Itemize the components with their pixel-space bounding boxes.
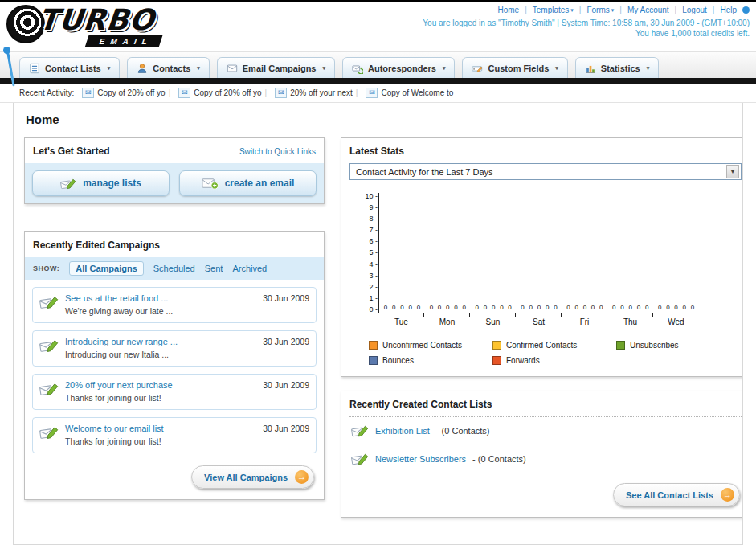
contact-list-row[interactable]: Newsletter Subscribers - (0 Contacts) — [349, 445, 742, 473]
tab-all-campaigns[interactable]: All Campaigns — [69, 261, 143, 276]
top-link-home[interactable]: Home — [497, 6, 519, 14]
app-logo[interactable]: TURBO EMAIL — [5, 2, 222, 51]
see-all-contact-lists-label: See All Contact Lists — [626, 490, 713, 500]
chart-value-group: 00000 — [425, 304, 471, 311]
campaign-subtitle: Thanks for joining our list! — [65, 393, 256, 403]
get-started-body: manage lists create an email — [25, 163, 324, 203]
y-axis-label: 9 - — [369, 204, 378, 211]
nav-tab-contacts[interactable]: Contacts — [127, 57, 210, 78]
show-label: SHOW: — [33, 264, 59, 272]
field-icon — [472, 63, 483, 74]
separator — [525, 6, 527, 14]
campaign-row[interactable]: 20% off your next purchase Thanks for jo… — [32, 374, 317, 410]
chart-value-label: 0 — [566, 304, 570, 311]
stats-period-select[interactable]: Contact Activity for the Last 7 Days — [349, 163, 742, 180]
top-link-label: Templates — [533, 6, 570, 14]
view-all-campaigns-button[interactable]: View All Campaigns — [191, 465, 314, 489]
credits-info: You have 1,000 total credits left. — [423, 29, 750, 38]
get-started-title: Let's Get Started — [33, 145, 110, 157]
top-nav: Home Templates Forms My Account Logout H… — [423, 6, 750, 14]
campaign-list: See us at the retail food ... We're givi… — [25, 280, 324, 453]
mail-icon — [366, 88, 378, 98]
nav-tab-contact-lists[interactable]: Contact Lists — [19, 57, 120, 78]
recent-activity-text: Copy of Welcome to — [381, 88, 453, 97]
autoresponder-icon — [352, 63, 363, 74]
legend-swatch-icon — [492, 356, 501, 365]
switch-quick-links-link[interactable]: Switch to Quick Links — [239, 147, 316, 156]
edit-campaign-icon — [39, 424, 59, 440]
chart-value-label: 0 — [508, 304, 511, 311]
nav-tab-custom-fields[interactable]: Custom Fields — [462, 57, 567, 78]
campaign-title-link[interactable]: 20% off your next purchase — [65, 380, 256, 390]
chart-value-label: 0 — [637, 304, 640, 311]
chart-value-label: 0 — [612, 304, 615, 311]
recent-activity-item[interactable]: Copy of Welcome to — [366, 88, 453, 98]
edit-campaign-icon — [39, 381, 59, 397]
campaign-title-link[interactable]: Introducing our new range ... — [65, 337, 256, 346]
top-link-my-account[interactable]: My Account — [627, 6, 669, 14]
y-axis-label: 4 - — [369, 261, 378, 268]
tab-sent[interactable]: Sent — [205, 264, 223, 273]
chart-value-label: 0 — [492, 304, 495, 311]
chart-value-label: 0 — [417, 304, 420, 311]
campaign-date: 30 Jun 2009 — [263, 337, 309, 346]
contact-list-link[interactable]: Newsletter Subscribers — [375, 454, 466, 464]
campaign-row[interactable]: Introducing our new range ... Introducin… — [32, 330, 317, 367]
chart-value-group: 00000 — [471, 304, 517, 311]
recent-activity-item[interactable]: Copy of 20% off yo — [82, 88, 170, 98]
create-email-button[interactable]: create an email — [179, 170, 317, 196]
separator — [356, 88, 358, 97]
campaign-subtitle: Introducing our new Italia ... — [65, 350, 256, 359]
edit-list-icon — [351, 424, 369, 438]
x-axis-label: Sat — [516, 313, 562, 326]
tab-scheduled[interactable]: Scheduled — [153, 264, 195, 273]
campaign-text: Introducing our new range ... Introducin… — [65, 337, 256, 359]
campaign-title-link[interactable]: See us at the retail food ... — [65, 293, 256, 303]
y-axis-label: 3 - — [369, 272, 378, 280]
top-link-help[interactable]: Help — [720, 6, 737, 14]
campaign-subtitle: We're giving away our late ... — [65, 306, 256, 316]
person-icon — [137, 63, 148, 74]
chart-value-label: 0 — [645, 304, 648, 311]
legend-label: Bounces — [382, 356, 414, 365]
top-link-templates[interactable]: Templates — [533, 6, 574, 14]
nav-tab-statistics[interactable]: Statistics — [575, 57, 659, 78]
mail-plus-icon — [202, 177, 219, 190]
recent-activity-item[interactable]: 20% off your next — [275, 88, 358, 98]
help-icon[interactable] — [742, 6, 750, 14]
top-link-forms[interactable]: Forms — [586, 6, 614, 14]
contact-list-row[interactable]: Exhibition List - (0 Contacts) — [349, 416, 742, 445]
nav-tab-autoresponders[interactable]: Autoresponders — [342, 57, 455, 78]
campaign-title-link[interactable]: Welcome to our email list — [65, 424, 256, 433]
campaign-row[interactable]: See us at the retail food ... We're givi… — [32, 287, 317, 323]
chevron-down-icon — [611, 7, 615, 14]
chart-value-label: 0 — [583, 304, 586, 311]
chart-value-label: 0 — [629, 304, 632, 311]
campaign-text: See us at the retail food ... We're givi… — [65, 293, 256, 316]
see-all-contact-lists-button[interactable]: See All Contact Lists — [613, 483, 740, 506]
top-link-logout[interactable]: Logout — [682, 6, 707, 14]
campaign-row[interactable]: Welcome to our email list Thanks for joi… — [32, 417, 317, 453]
chevron-down-icon — [197, 65, 200, 72]
recent-contact-lists-title: Recently Created Contact Lists — [349, 399, 492, 410]
chart-value-label: 0 — [529, 304, 533, 311]
campaign-text: Welcome to our email list Thanks for joi… — [65, 424, 256, 446]
recent-contact-lists-panel: Recently Created Contact Lists Exhibitio… — [341, 391, 743, 518]
separator — [169, 88, 171, 97]
recent-activity-label: Recent Activity: — [19, 88, 74, 97]
nav-tab-email-campaigns[interactable]: Email Campaigns — [217, 57, 335, 78]
campaign-filter-tabs: SHOW: All Campaigns Scheduled Sent Archi… — [25, 257, 324, 280]
legend-label: Unconfirmed Contacts — [382, 341, 462, 350]
contact-list-link[interactable]: Exhibition List — [375, 426, 430, 436]
tab-archived[interactable]: Archived — [232, 264, 267, 273]
chart-value-label: 0 — [446, 304, 449, 311]
manage-lists-button[interactable]: manage lists — [32, 170, 170, 196]
y-axis-label: 0 - — [369, 306, 378, 313]
recent-activity-item[interactable]: Copy of 20% off yo — [178, 88, 267, 98]
chevron-down-icon — [647, 65, 650, 72]
separator — [713, 6, 715, 14]
chart-value-group: 00000 — [379, 304, 425, 311]
contact-list-count: - (0 Contacts) — [436, 426, 490, 436]
header-right: Home Templates Forms My Account Logout H… — [423, 6, 750, 38]
page-header: TURBO EMAIL Home Templates Forms My Acco… — [0, 2, 756, 51]
